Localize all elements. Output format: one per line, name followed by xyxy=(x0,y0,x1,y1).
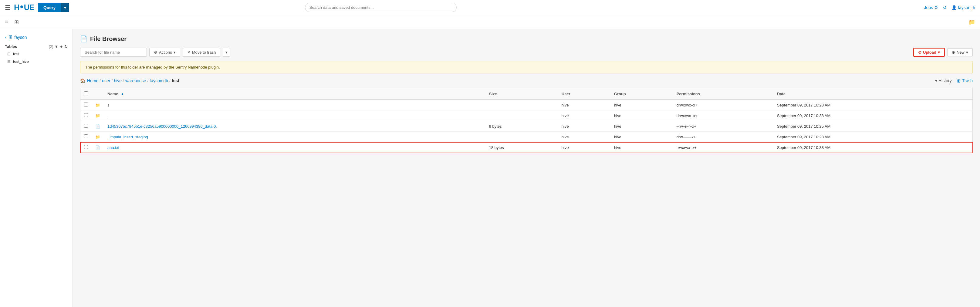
file-date: September 09, 2017 10:25 AM xyxy=(773,121,973,132)
header-permissions: Permissions xyxy=(673,88,773,100)
history-icon[interactable]: ↺ xyxy=(943,5,947,10)
global-search xyxy=(305,3,457,12)
new-button[interactable]: ⊕ New ▾ xyxy=(947,48,973,56)
header-user: User xyxy=(558,88,611,100)
sidebar-item-label-test-hive: test_hive xyxy=(13,59,29,64)
file-size: 18 bytes xyxy=(485,142,558,153)
query-button-group: Query ▾ xyxy=(38,3,69,12)
tables-count: (2) xyxy=(49,45,53,49)
folder-icon: 📁 xyxy=(95,135,100,139)
layers-icon[interactable]: ≡ xyxy=(5,19,8,25)
query-button[interactable]: Query xyxy=(38,3,61,12)
global-search-input[interactable] xyxy=(305,3,457,12)
user-menu[interactable]: 👤 fayson_h xyxy=(951,5,975,10)
sidebar-actions: ▼ + ↻ xyxy=(55,44,68,49)
history-caret-icon: ▾ xyxy=(935,78,937,83)
table-row: 📁_impala_insert_staginghivehivedrw––––x+… xyxy=(80,132,973,142)
upload-caret-icon: ▾ xyxy=(938,50,940,55)
folder-icon: 📁 xyxy=(95,103,100,107)
filter-icon[interactable]: ▼ xyxy=(55,44,59,49)
navbar: ☰ HUE Query ▾ Jobs ⚙ ↺ 👤 fayson_h xyxy=(0,0,980,15)
sidebar-db-label: fayson xyxy=(14,35,27,40)
file-user: hive xyxy=(558,121,611,132)
file-user: hive xyxy=(558,100,611,110)
file-name-link[interactable]: 1d45307bc7845b1e-c3256a5900000000_126699… xyxy=(107,124,217,129)
breadcrumb-row: 🏠 Home / user / hive / warehouse / fayso… xyxy=(80,78,973,83)
content-area: 📄 File Browser ⚙ Actions ▾ ✕ Move to tra… xyxy=(73,29,980,307)
alert-message: The permissions for this folder are mana… xyxy=(85,65,220,70)
new-caret-icon: ▾ xyxy=(966,50,968,55)
navbar-right: Jobs ⚙ ↺ 👤 fayson_h xyxy=(924,5,975,10)
file-user: hive xyxy=(558,132,611,142)
logo-ue-text: UE xyxy=(24,3,34,12)
file-date: September 09, 2017 10:38 AM xyxy=(773,110,973,121)
trash-icon: 🗑 xyxy=(957,78,961,83)
breadcrumb-hive-link[interactable]: hive xyxy=(114,78,122,83)
folder-icon: 📁 xyxy=(95,113,100,118)
file-name-text: . xyxy=(107,113,109,118)
table-row: 📁.hivehivedrwxrwx–x+September 09, 2017 1… xyxy=(80,110,973,121)
back-arrow-icon: ‹ xyxy=(5,35,6,40)
more-options-button[interactable]: ▾ xyxy=(223,48,230,57)
sidebar: ‹ 🗄 fayson Tables (2) ▼ + ↻ ⊞ test ⊞ tes… xyxy=(0,29,73,307)
file-name-link[interactable]: aaa.txt xyxy=(107,145,119,150)
sidebar-back-button[interactable]: ‹ 🗄 fayson xyxy=(0,33,73,42)
file-browser-icon: 📄 xyxy=(80,35,88,43)
breadcrumb-faysondb-link[interactable]: fayson.db xyxy=(150,78,168,83)
breadcrumb-sep-4: / xyxy=(147,78,148,83)
username-label: fayson_h xyxy=(958,5,975,10)
new-label: New xyxy=(957,50,964,55)
add-table-icon[interactable]: + xyxy=(60,44,62,49)
breadcrumb: 🏠 Home / user / hive / warehouse / fayso… xyxy=(80,78,179,83)
breadcrumb-home-link[interactable]: Home xyxy=(87,78,98,83)
table-icon-test: ⊞ xyxy=(7,52,11,56)
history-dropdown[interactable]: ▾ History xyxy=(935,78,952,83)
breadcrumb-user-link[interactable]: user xyxy=(102,78,110,83)
upload-label: Upload xyxy=(923,50,936,55)
sidebar-item-test[interactable]: ⊞ test xyxy=(0,50,73,58)
row-checkbox[interactable] xyxy=(84,134,88,138)
actions-caret-icon: ▾ xyxy=(173,50,176,55)
breadcrumb-warehouse-link[interactable]: warehouse xyxy=(125,78,146,83)
sidebar-item-test-hive[interactable]: ⊞ test_hive xyxy=(0,58,73,65)
file-date: September 09, 2017 10:28 AM xyxy=(773,100,973,110)
sort-arrow-icon: ▲ xyxy=(121,92,124,96)
query-dropdown-button[interactable]: ▾ xyxy=(61,3,69,12)
file-name-text: ↑ xyxy=(107,103,110,107)
grid-icon[interactable]: ⊞ xyxy=(14,19,19,25)
trash-link[interactable]: 🗑 Trash xyxy=(957,78,973,83)
sidebar-tables-header: Tables (2) ▼ + ↻ xyxy=(0,42,73,50)
breadcrumb-actions: ▾ History 🗑 Trash xyxy=(935,78,973,83)
table-icon-test-hive: ⊞ xyxy=(7,59,11,64)
refresh-icon[interactable]: ↻ xyxy=(64,44,68,49)
actions-button[interactable]: ⚙ Actions ▾ xyxy=(149,48,180,57)
file-size xyxy=(485,110,558,121)
folder-icon[interactable]: 📁 xyxy=(969,19,975,25)
move-to-trash-button[interactable]: ✕ Move to trash xyxy=(183,48,221,57)
file-date: September 09, 2017 10:38 AM xyxy=(773,142,973,153)
x-icon: ✕ xyxy=(187,50,191,55)
upload-button[interactable]: ⊙ Upload ▾ xyxy=(913,48,945,57)
row-checkbox[interactable] xyxy=(84,103,88,107)
header-group: Group xyxy=(611,88,673,100)
file-group: hive xyxy=(611,121,673,132)
row-checkbox[interactable] xyxy=(84,113,88,117)
jobs-link[interactable]: Jobs ⚙ xyxy=(924,5,939,10)
file-permissions: drwxrwx–x+ xyxy=(673,110,773,121)
gear-icon: ⚙ xyxy=(154,50,158,55)
file-search-input[interactable] xyxy=(80,48,147,57)
row-checkbox[interactable] xyxy=(84,145,88,149)
app-logo: HUE xyxy=(14,3,34,12)
row-checkbox[interactable] xyxy=(84,124,88,128)
breadcrumb-sep-1: / xyxy=(100,78,101,83)
header-name[interactable]: Name ▲ xyxy=(104,88,485,100)
file-name-link[interactable]: _impala_insert_staging xyxy=(107,135,148,139)
hamburger-icon[interactable]: ☰ xyxy=(5,4,10,11)
header-checkbox-col xyxy=(80,88,92,100)
select-all-checkbox[interactable] xyxy=(84,91,88,95)
file-group: hive xyxy=(611,132,673,142)
file-group: hive xyxy=(611,100,673,110)
file-permissions: -rwxrwx–x+ xyxy=(673,142,773,153)
breadcrumb-sep-5: / xyxy=(169,78,170,83)
sidebar-db-icon: 🗄 xyxy=(8,35,13,40)
